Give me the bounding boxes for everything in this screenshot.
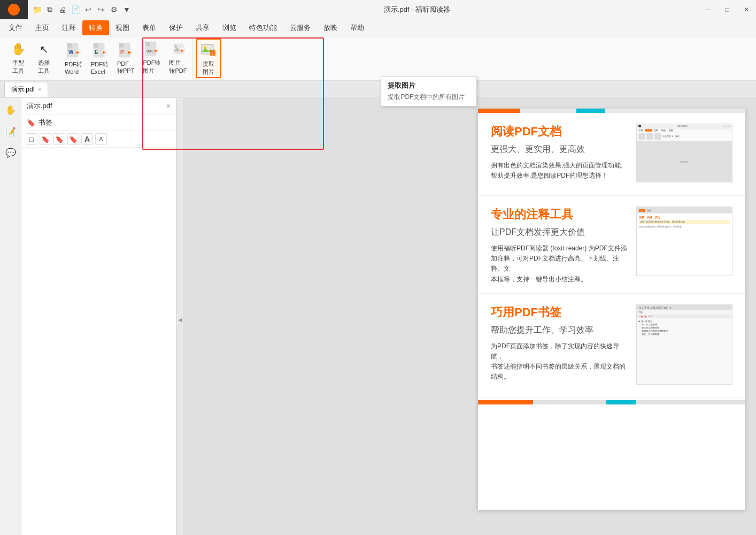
svg-text:W: W [68, 49, 74, 55]
copy-icon[interactable]: ⧉ [45, 5, 55, 14]
top-bar-gray3 [689, 109, 745, 113]
section2-preview: 主页 注释 免费、快速、安全 这是一段示例注释高亮文字内容，展示注释功能 企业和… [636, 207, 732, 276]
svg-rect-6 [94, 43, 98, 48]
logo-circle [8, 4, 20, 16]
main-area: ✋ 📝 💬 演示.pdf × 🔖 书签 □ 🔖 🔖 🔖 A A ◀ [0, 98, 756, 535]
ribbon: ✋ 手型工具 ↖ 选择工具 W ▶ [0, 36, 756, 81]
svg-text:▶: ▶ [155, 48, 158, 53]
pdf-to-ppt-icon: P ▶ [117, 42, 134, 59]
sidebar-comment-icon[interactable]: 💬 [3, 145, 18, 160]
pdf-to-word-label: PDF转Word [65, 60, 82, 75]
image-to-pdf-icon: ▶ [169, 41, 187, 58]
bottom-bar-orange [478, 400, 533, 404]
svg-rect-11 [119, 43, 124, 48]
pdf-preview: 阅读PDF文档 更强大、更实用、更高效 拥有出色的文档渲染效果,强大的页面管理功… [478, 109, 745, 510]
select-tool-button[interactable]: ↖ 选择工具 [32, 39, 56, 76]
left-sidebar: ✋ 📝 💬 [0, 98, 21, 535]
close-button[interactable]: ✕ [737, 0, 756, 19]
tooltip-title: 提取图片 [388, 81, 470, 90]
bm-bookmark1-btn[interactable]: 🔖 [40, 133, 51, 145]
maximize-button[interactable]: □ [718, 0, 737, 19]
content-area[interactable]: 阅读PDF文档 更强大、更实用、更高效 拥有出色的文档渲染效果,强大的页面管理功… [183, 98, 756, 535]
image-to-pdf-label: 图片转PDF [169, 59, 187, 75]
section2-body: 使用福昕PDF阅读器 (foxit reader) 为PDF文件添加注释，可对P… [491, 243, 630, 285]
settings-icon[interactable]: ⚙ [109, 5, 119, 14]
menu-help[interactable]: 帮助 [344, 20, 371, 35]
pdf-to-excel-label: PDF转Excel [91, 60, 109, 75]
pdf-to-excel-button[interactable]: E ▶ PDF转Excel [88, 40, 112, 76]
svg-text:▶: ▶ [103, 50, 106, 55]
pdf-bottom-bar [478, 400, 745, 404]
extract-image-icon: ↓ [200, 42, 217, 59]
menu-convert[interactable]: 转换 [82, 20, 109, 35]
folder-icon[interactable]: 📁 [32, 5, 42, 14]
pdf-to-ppt-label: PDF转PPT [117, 60, 134, 75]
redo-icon[interactable]: ↪ [96, 5, 106, 14]
ribbon-tool-buttons: ✋ 手型工具 ↖ 选择工具 [6, 39, 56, 76]
ribbon-convert-buttons: W ▶ PDF转Word E ▶ PDF转E [61, 39, 190, 76]
sidebar-hand-icon[interactable]: ✋ [3, 102, 18, 117]
collapse-handle[interactable]: ◀ [176, 98, 183, 535]
select-tool-icon: ↖ [35, 41, 52, 58]
menu-cloud[interactable]: 云服务 [283, 20, 317, 35]
undo-icon[interactable]: ↩ [83, 5, 93, 14]
bottom-bar-cyan [606, 400, 636, 404]
menubar: 文件 主页 注释 转换 视图 表单 保护 共享 浏览 特色功能 云服务 放映 帮… [0, 19, 756, 36]
menu-form[interactable]: 表单 [136, 20, 163, 35]
pdf-to-image-button[interactable]: IMG ▶ PDF转图片 [140, 39, 164, 76]
menu-annotate[interactable]: 注释 [56, 20, 82, 35]
tooltip: 提取图片 提取PDF文档中的所有图片 [381, 76, 477, 106]
titlebar: 📁 ⧉ 🖨 📄 ↩ ↪ ⚙ ▼ 演示.pdf - 福昕阅读器 ─ □ ✕ [0, 0, 756, 19]
menu-share[interactable]: 共享 [189, 20, 216, 35]
bm-font-small-btn[interactable]: A [95, 133, 107, 145]
menu-home[interactable]: 主页 [29, 20, 56, 35]
menu-protect[interactable]: 保护 [163, 20, 189, 35]
hand-tool-label: 手型工具 [12, 59, 24, 75]
left-panel: 演示.pdf × 🔖 书签 □ 🔖 🔖 🔖 A A [21, 98, 176, 535]
window-controls: ─ □ ✕ [698, 0, 756, 19]
menu-file[interactable]: 文件 [2, 20, 29, 35]
ribbon-extract-buttons: ↓ 提取图片 [196, 39, 221, 78]
svg-text:▶: ▶ [76, 50, 80, 55]
svg-text:P: P [120, 49, 124, 55]
minimize-button[interactable]: ─ [698, 0, 718, 19]
sidebar-edit-icon[interactable]: 📝 [3, 124, 18, 139]
pdf-to-word-button[interactable]: W ▶ PDF转Word [61, 40, 86, 76]
menu-slideshow[interactable]: 放映 [317, 20, 344, 35]
bm-square-btn[interactable]: □ [26, 133, 37, 145]
select-tool-label: 选择工具 [38, 59, 50, 75]
bm-font-large-btn[interactable]: A [81, 133, 93, 145]
extract-image-button[interactable]: ↓ 提取图片 [196, 39, 221, 78]
bookmarks-label: 书签 [38, 118, 52, 127]
pdf-tab[interactable]: 演示.pdf × [4, 82, 48, 97]
pdf-to-ppt-button[interactable]: P ▶ PDF转PPT [114, 40, 137, 76]
menu-view[interactable]: 视图 [109, 20, 136, 35]
menu-browse[interactable]: 浏览 [216, 20, 243, 35]
pdf-to-image-icon: IMG ▶ [143, 41, 160, 58]
tab-close-button[interactable]: × [38, 86, 41, 93]
section2-subtitle: 让PDF文档发挥更大价值 [491, 227, 630, 238]
left-panel-header: 演示.pdf × [21, 98, 176, 114]
menu-special[interactable]: 特色功能 [243, 20, 283, 35]
hand-tool-button[interactable]: ✋ 手型工具 [6, 39, 30, 76]
svg-text:▶: ▶ [128, 50, 132, 55]
section1-body: 拥有出色的文档渲染效果,强大的页面管理功能,帮助提升效率,是您阅读PDF的理想选… [491, 160, 630, 181]
top-bar-cyan [576, 109, 605, 113]
section1-preview: 福昕阅读器 ─ □ ✕ 文件 主页 注释 转换 视图 [636, 124, 732, 182]
new-icon[interactable]: 📄 [71, 5, 80, 14]
pdf-to-image-label: PDF转图片 [143, 59, 160, 75]
ribbon-extract-group: ↓ 提取图片 提取图片 提取PDF文档中的所有图片 [194, 39, 223, 78]
expand-icon[interactable]: ▼ [122, 5, 132, 14]
svg-rect-1 [67, 43, 72, 48]
left-panel-close-button[interactable]: × [166, 102, 171, 110]
section3-preview: 员工手册_20120917.pdf ✕ 书签 □ 🔖 🔖 A A [636, 304, 732, 385]
bm-bookmark2-btn[interactable]: 🔖 [53, 133, 65, 145]
tabbar: 演示.pdf × [0, 81, 756, 98]
pdf-to-excel-icon: E ▶ [91, 42, 109, 59]
bm-bookmark3-btn[interactable]: 🔖 [67, 133, 79, 145]
print-icon[interactable]: 🖨 [58, 5, 67, 14]
app-logo [0, 0, 28, 19]
ribbon-convert-group: W ▶ PDF转Word E ▶ PDF转E [59, 39, 192, 76]
pdf-section-bookmark: 巧用PDF书签 帮助您提升工作、学习效率 为PDF页面添加书签，除了实现内容的快… [478, 294, 745, 398]
image-to-pdf-button[interactable]: ▶ 图片转PDF [166, 39, 190, 76]
